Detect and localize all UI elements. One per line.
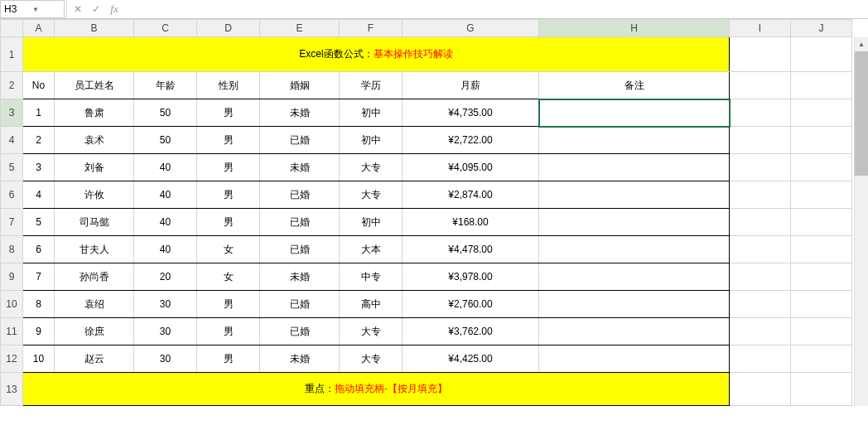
scroll-up-icon[interactable]: ▲ [855,37,868,51]
remark-cell[interactable] [539,127,730,154]
row-header-3[interactable]: 3 [1,99,23,127]
data-cell[interactable]: 男 [197,181,260,209]
remark-cell[interactable] [539,291,730,318]
data-cell[interactable]: 7 [23,263,55,291]
row-header-12[interactable]: 12 [1,345,23,373]
row-header-13[interactable]: 13 [1,373,23,406]
cell[interactable] [730,99,791,127]
cell[interactable] [791,209,852,236]
footer-cell[interactable]: 重点：拖动填充柄-【按月填充】 [23,373,730,406]
col-header-D[interactable]: D [197,20,260,37]
select-all-corner[interactable] [1,20,23,37]
data-cell[interactable]: 大专 [340,345,403,373]
data-cell[interactable]: 男 [197,127,260,154]
cell[interactable] [791,236,852,263]
data-cell[interactable]: 50 [134,99,197,127]
data-cell[interactable]: 已婚 [260,209,340,236]
remark-cell[interactable] [539,263,730,291]
col-header-I[interactable]: I [730,20,791,37]
data-cell[interactable]: 甘夫人 [55,236,134,263]
data-cell[interactable]: 40 [134,209,197,236]
table-header[interactable]: 员工姓名 [55,72,134,99]
table-header[interactable]: 婚姻 [260,72,340,99]
cell[interactable] [791,345,852,373]
data-cell[interactable]: 大专 [340,318,403,345]
remark-cell[interactable] [539,181,730,209]
table-header[interactable]: 年龄 [134,72,197,99]
cell[interactable] [730,72,791,99]
data-cell[interactable]: 高中 [340,291,403,318]
data-cell[interactable]: 赵云 [55,345,134,373]
cell[interactable] [730,181,791,209]
remark-cell[interactable] [539,209,730,236]
cell[interactable] [791,318,852,345]
row-header-10[interactable]: 10 [1,291,23,318]
data-cell[interactable]: 已婚 [260,236,340,263]
data-cell[interactable]: 袁绍 [55,291,134,318]
col-header-A[interactable]: A [23,20,55,37]
row-header-6[interactable]: 6 [1,181,23,209]
cancel-icon[interactable]: ✕ [69,0,87,18]
data-cell[interactable]: 大专 [340,154,403,181]
col-header-F[interactable]: F [340,20,403,37]
data-cell[interactable]: 大本 [340,236,403,263]
cell[interactable] [730,236,791,263]
data-cell[interactable]: 2 [23,127,55,154]
data-cell[interactable]: 袁术 [55,127,134,154]
data-cell[interactable]: 许攸 [55,181,134,209]
name-box-dropdown-icon[interactable]: ▼ [32,6,60,13]
data-cell[interactable]: 50 [134,127,197,154]
data-cell[interactable]: 初中 [340,209,403,236]
col-header-E[interactable]: E [260,20,340,37]
data-cell[interactable]: 6 [23,236,55,263]
data-cell[interactable]: 男 [197,318,260,345]
row-header-2[interactable]: 2 [1,72,23,99]
data-cell[interactable]: 女 [197,263,260,291]
data-cell[interactable]: 司马懿 [55,209,134,236]
data-cell[interactable]: 已婚 [260,318,340,345]
scroll-thumb[interactable] [855,51,868,176]
col-header-C[interactable]: C [134,20,197,37]
cell[interactable] [791,154,852,181]
cell[interactable] [791,72,852,99]
cell[interactable] [791,373,852,406]
table-header[interactable]: No [23,72,55,99]
data-cell[interactable]: 3 [23,154,55,181]
data-cell[interactable]: 30 [134,318,197,345]
confirm-icon[interactable]: ✓ [87,0,105,18]
row-header-5[interactable]: 5 [1,154,23,181]
data-cell[interactable]: 未婚 [260,263,340,291]
cell[interactable] [791,127,852,154]
cell[interactable] [730,209,791,236]
data-cell[interactable]: 30 [134,345,197,373]
col-header-G[interactable]: G [403,20,539,37]
data-cell[interactable]: 30 [134,291,197,318]
data-cell[interactable]: 刘备 [55,154,134,181]
cell[interactable] [791,291,852,318]
data-cell[interactable]: 40 [134,236,197,263]
title-cell[interactable]: Excel函数公式：基本操作技巧解读 [23,37,730,72]
data-cell[interactable]: 女 [197,236,260,263]
data-cell[interactable]: 鲁肃 [55,99,134,127]
cell[interactable] [730,263,791,291]
data-cell[interactable]: ¥2,722.00 [403,127,539,154]
data-cell[interactable]: 初中 [340,99,403,127]
table-header[interactable]: 学历 [340,72,403,99]
cell[interactable] [791,181,852,209]
data-cell[interactable]: ¥2,874.00 [403,181,539,209]
row-header-8[interactable]: 8 [1,236,23,263]
data-cell[interactable]: 9 [23,318,55,345]
table-header[interactable]: 性别 [197,72,260,99]
data-cell[interactable]: 男 [197,99,260,127]
cell[interactable] [791,37,852,72]
data-cell[interactable]: 徐庶 [55,318,134,345]
data-cell[interactable]: ¥168.00 [403,209,539,236]
data-cell[interactable]: 8 [23,291,55,318]
col-header-B[interactable]: B [55,20,134,37]
data-cell[interactable]: 40 [134,154,197,181]
data-cell[interactable]: 中专 [340,263,403,291]
cell[interactable] [730,127,791,154]
formula-input[interactable] [123,0,868,18]
data-cell[interactable]: 已婚 [260,291,340,318]
row-header-7[interactable]: 7 [1,209,23,236]
